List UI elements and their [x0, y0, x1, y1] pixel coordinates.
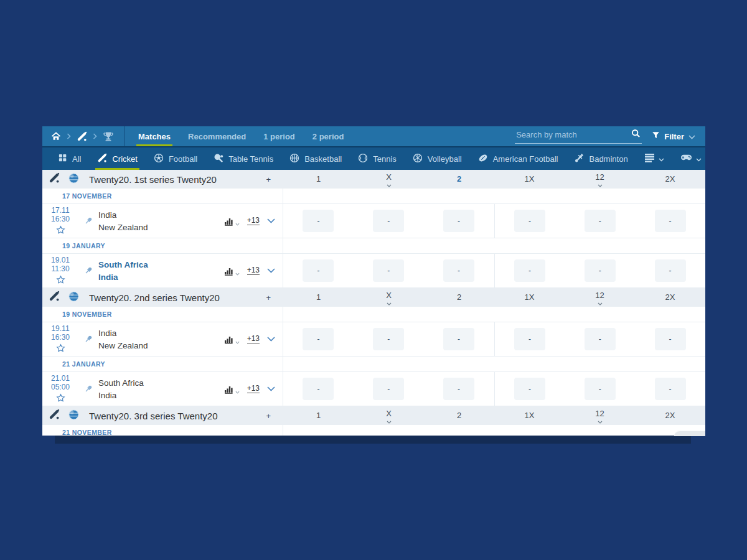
filter-button[interactable]: Filter: [652, 131, 695, 141]
match-row[interactable]: 17.11 16:30 India New Zealand +13: [42, 204, 705, 238]
more-sports-menu-button[interactable]: [636, 147, 672, 170]
pin-icon[interactable]: [78, 266, 98, 276]
odds-cell-1[interactable]: -: [303, 328, 334, 350]
odds-cell-1[interactable]: -: [303, 210, 334, 232]
column-header-2[interactable]: 2: [424, 170, 494, 189]
sport-item-american-football[interactable]: American Football: [470, 147, 566, 170]
column-header-1x[interactable]: 1X: [494, 406, 565, 425]
more-bets-link[interactable]: +13: [247, 217, 260, 225]
odds-cell-12[interactable]: -: [585, 259, 616, 282]
odds-cell-x[interactable]: -: [373, 378, 404, 400]
expand-match-chevron-icon[interactable]: [267, 386, 275, 391]
expand-match-chevron-icon[interactable]: [267, 218, 275, 223]
favorite-star-icon[interactable]: [56, 343, 65, 355]
odds-cell-1x[interactable]: -: [514, 210, 545, 232]
column-header-2x[interactable]: 2X: [635, 406, 705, 425]
betting-app-window: Matches Recommended 1 period 2 period Fi…: [42, 126, 705, 436]
match-time: 16:30: [51, 333, 70, 342]
odds-cell-2[interactable]: -: [443, 259, 474, 282]
sport-item-table-tennis[interactable]: Table Tennis: [205, 147, 281, 170]
column-header-1x[interactable]: 1X: [494, 170, 565, 189]
cricket-icon[interactable]: [77, 131, 87, 142]
odds-cell-1[interactable]: -: [303, 378, 334, 400]
more-bets-link[interactable]: +13: [247, 335, 260, 343]
odds-cell-2x[interactable]: -: [655, 210, 686, 232]
expand-match-chevron-icon[interactable]: [267, 268, 275, 273]
column-header-2x[interactable]: 2X: [635, 288, 705, 307]
search-input[interactable]: [516, 130, 626, 139]
odds-cell-12[interactable]: -: [585, 378, 616, 400]
column-header-2x[interactable]: 2X: [635, 170, 705, 189]
column-header-2[interactable]: 2: [424, 288, 494, 307]
odds-cell-12[interactable]: -: [585, 210, 616, 232]
pin-icon[interactable]: [78, 334, 98, 344]
sport-item-volleyball[interactable]: Volleyball: [405, 147, 470, 170]
league-header[interactable]: Twenty20. 1st series Twenty20 + 1 X 2 1X…: [42, 170, 705, 189]
sport-item-badminton[interactable]: Badminton: [566, 147, 636, 170]
statistics-icon[interactable]: [224, 266, 240, 276]
esports-menu-button[interactable]: [672, 147, 705, 170]
odds-cell-2x[interactable]: -: [655, 328, 686, 350]
expand-all-button[interactable]: +: [266, 411, 271, 421]
match-row[interactable]: 19.11 16:30 India New Zealand +13: [42, 322, 705, 357]
odds-cell-2[interactable]: -: [443, 210, 474, 232]
odds-cell-2x[interactable]: -: [655, 259, 686, 282]
odds-cell-1x[interactable]: -: [514, 328, 545, 350]
league-header[interactable]: Twenty20. 3rd series Twenty20 + 1 X 2 1X…: [42, 406, 705, 425]
expand-match-chevron-icon[interactable]: [267, 337, 275, 342]
column-header-12[interactable]: 12: [565, 170, 635, 189]
sport-item-all[interactable]: All: [50, 147, 89, 170]
favorite-star-icon[interactable]: [56, 393, 65, 404]
floating-button-partial[interactable]: [674, 431, 705, 436]
odds-slot: -: [354, 372, 424, 406]
more-bets-link[interactable]: +13: [247, 385, 260, 393]
odds-cell-x[interactable]: -: [373, 259, 404, 282]
odds-cell-2[interactable]: -: [443, 378, 474, 400]
odds-cell-1[interactable]: -: [303, 259, 334, 282]
column-header-12[interactable]: 12: [565, 288, 635, 307]
odds-cell-x[interactable]: -: [373, 210, 404, 232]
statistics-icon[interactable]: [224, 385, 240, 394]
league-header[interactable]: Twenty20. 2nd series Twenty20 + 1 X 2 1X…: [42, 288, 705, 307]
statistics-icon[interactable]: [224, 335, 240, 344]
column-header-12[interactable]: 12: [565, 406, 635, 425]
column-header-2[interactable]: 2: [424, 406, 494, 425]
favorite-star-icon[interactable]: [56, 275, 65, 286]
column-header-x[interactable]: X: [354, 170, 424, 189]
sport-item-cricket[interactable]: Cricket: [89, 147, 145, 170]
column-header-1[interactable]: 1: [283, 406, 354, 425]
tab-2-period[interactable]: 2 period: [304, 126, 353, 146]
odds-cell-x[interactable]: -: [373, 328, 404, 350]
match-row-highlighted[interactable]: 19.01 11:30 South Africa India +13: [42, 254, 705, 288]
match-row[interactable]: 21.01 05:00 South Africa India +13: [42, 372, 705, 406]
sport-item-football[interactable]: Football: [146, 147, 205, 170]
date-separator-spacer: [283, 189, 705, 203]
expand-all-button[interactable]: +: [266, 293, 271, 302]
odds-cell-1x[interactable]: -: [514, 259, 545, 282]
expand-all-button[interactable]: +: [266, 175, 271, 184]
pin-icon[interactable]: [78, 384, 98, 394]
column-header-x[interactable]: X: [354, 288, 424, 307]
odds-cell-1x[interactable]: -: [514, 378, 545, 400]
column-header-1x[interactable]: 1X: [494, 288, 565, 307]
tab-matches[interactable]: Matches: [129, 126, 179, 146]
column-header-1[interactable]: 1: [283, 288, 354, 307]
column-header-1[interactable]: 1: [283, 170, 354, 189]
odds-cell-2[interactable]: -: [443, 328, 474, 350]
pin-icon[interactable]: [78, 216, 98, 226]
favorite-star-icon[interactable]: [56, 225, 65, 236]
match-view-tabs: Matches Recommended 1 period 2 period: [129, 126, 352, 146]
more-bets-link[interactable]: +13: [247, 266, 260, 275]
statistics-icon[interactable]: [224, 217, 240, 226]
column-header-x[interactable]: X: [354, 406, 424, 425]
sport-item-tennis[interactable]: Tennis: [350, 147, 405, 170]
home-icon[interactable]: [51, 131, 61, 141]
odds-cell-12[interactable]: -: [585, 328, 616, 350]
trophy-icon[interactable]: [103, 131, 114, 142]
odds-cell-2x[interactable]: -: [655, 378, 686, 400]
sport-label: Basketball: [304, 154, 342, 164]
tab-recommended[interactable]: Recommended: [179, 126, 255, 146]
tab-1-period[interactable]: 1 period: [255, 126, 304, 146]
sport-item-basketball[interactable]: Basketball: [281, 147, 350, 170]
search-icon[interactable]: [631, 129, 641, 141]
